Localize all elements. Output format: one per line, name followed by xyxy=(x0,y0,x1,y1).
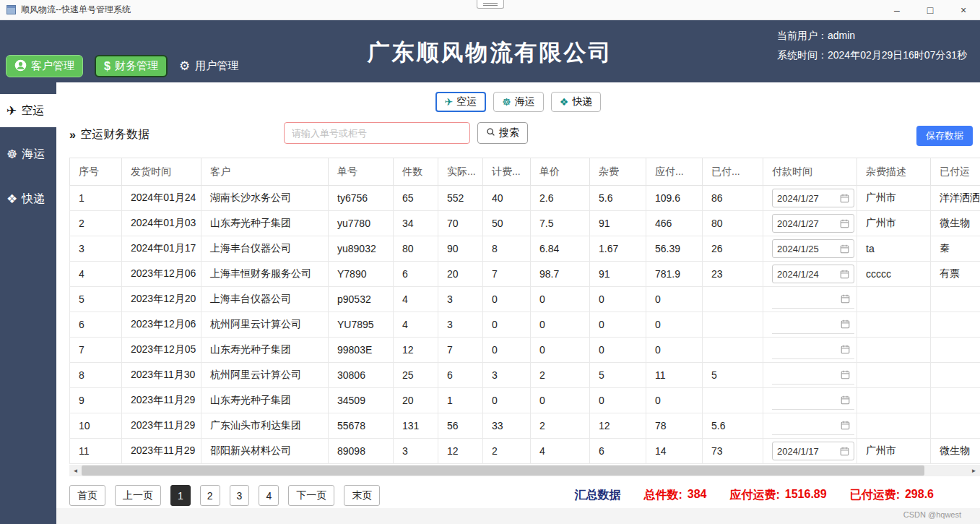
table-cell: 杭州阿里云计算公司 xyxy=(201,312,329,338)
table-cell: 20 xyxy=(438,262,483,287)
date-picker-input[interactable] xyxy=(772,290,854,309)
page-number-1[interactable]: 1 xyxy=(170,485,191,506)
date-picker-input[interactable] xyxy=(772,315,854,334)
summary-payable-value: 1516.89 xyxy=(785,488,827,503)
page-number-3[interactable]: 3 xyxy=(230,485,250,506)
pay-date-cell: 2024/1/25 xyxy=(763,236,857,262)
scroll-right-icon[interactable]: ► xyxy=(968,465,980,476)
system-time-line: 系统时间：2024年02月29日16时07分31秒 xyxy=(777,46,967,65)
table-cell: 7.5 xyxy=(531,211,590,236)
finance-management-button[interactable]: $ 财务管理 xyxy=(95,55,168,77)
table-cell xyxy=(857,312,931,338)
calendar-icon[interactable] xyxy=(841,294,850,304)
table-cell: 2023年11月29 xyxy=(122,413,201,439)
pay-date-cell xyxy=(763,388,857,413)
page-next-button[interactable]: 下一页 xyxy=(288,485,334,506)
table-cell: 5.6 xyxy=(590,186,646,211)
horizontal-scrollbar[interactable]: ◄ ► xyxy=(69,465,980,476)
table-cell: 4 xyxy=(394,287,438,312)
date-picker-input[interactable]: 2024/1/27 xyxy=(772,214,854,233)
scrollbar-thumb[interactable] xyxy=(82,465,924,476)
table-cell: 山东寿光种子集团 xyxy=(201,211,329,236)
tab-sea-label: 海运 xyxy=(515,95,535,108)
calendar-icon[interactable] xyxy=(841,370,850,379)
section-title: » 空运财务数据 xyxy=(69,127,149,142)
page-number-4[interactable]: 4 xyxy=(259,485,279,506)
table-cell: ty6756 xyxy=(329,186,394,211)
calendar-icon[interactable] xyxy=(840,244,849,254)
calendar-icon[interactable] xyxy=(841,421,850,430)
date-picker-input[interactable]: 2024/1/24 xyxy=(772,265,854,283)
column-header: 单号 xyxy=(329,158,394,186)
window-grip[interactable] xyxy=(477,0,504,9)
table-cell: 552 xyxy=(438,186,483,211)
date-picker-input[interactable] xyxy=(772,391,854,410)
calendar-icon[interactable] xyxy=(840,270,849,279)
date-picker-input[interactable]: 2024/1/27 xyxy=(772,189,854,207)
date-picker-input[interactable] xyxy=(772,416,854,435)
table-cell: 131 xyxy=(394,413,438,439)
app-icon xyxy=(6,5,16,14)
pay-date-cell xyxy=(763,413,857,439)
ship-icon: ☸ xyxy=(502,96,511,108)
sidebar-item-sea[interactable]: ☸ 海运 xyxy=(0,137,56,171)
date-picker-input[interactable]: 2024/1/17 xyxy=(772,442,854,460)
table-cell: 2023年12月20 xyxy=(122,287,201,312)
date-picker-input[interactable] xyxy=(772,366,854,385)
ship-icon: ☸ xyxy=(6,147,17,162)
summary-payable-label: 应付运费: xyxy=(729,488,779,503)
customer-management-button[interactable]: 客户管理 xyxy=(6,55,83,77)
table-cell: 0 xyxy=(590,287,646,312)
table-cell xyxy=(931,388,980,413)
table-cell: 0 xyxy=(531,388,590,413)
save-data-button[interactable]: 保存数据 xyxy=(916,126,973,146)
column-header: 件数 xyxy=(394,158,438,186)
date-value: 2024/1/25 xyxy=(777,244,819,254)
table-cell: 781.9 xyxy=(646,262,703,287)
scroll-left-icon[interactable]: ◄ xyxy=(69,465,82,476)
user-management-button[interactable]: ⚙ 用户管理 xyxy=(179,59,238,74)
page-number-2[interactable]: 2 xyxy=(200,485,220,506)
calendar-icon[interactable] xyxy=(840,219,849,228)
calendar-icon[interactable] xyxy=(840,447,849,456)
tab-express[interactable]: ❖ 快递 xyxy=(551,92,602,112)
sidebar-item-express[interactable]: ❖ 快递 xyxy=(0,182,56,215)
window-titlebar: 顺风物流--快速单号管理系统 – □ × xyxy=(0,0,980,20)
maximize-button[interactable]: □ xyxy=(914,0,947,20)
table-row: 72023年12月05山东寿光种子集团99803E1270000 xyxy=(70,338,980,363)
tab-air[interactable]: ✈ 空运 xyxy=(435,92,487,112)
table-cell: yu7780 xyxy=(329,211,394,236)
table-cell: 5 xyxy=(70,287,122,312)
minimize-button[interactable]: – xyxy=(880,0,914,20)
page-first-button[interactable]: 首页 xyxy=(69,485,105,506)
calendar-icon[interactable] xyxy=(841,319,850,329)
table-row: 32024年01月17上海丰台仪器公司yu89032809086.841.675… xyxy=(70,236,980,262)
close-button[interactable]: × xyxy=(947,0,980,20)
summary-paid-value: 298.6 xyxy=(905,488,934,503)
table-cell: 6.84 xyxy=(531,236,590,262)
table-cell: 2023年11月29 xyxy=(122,388,201,413)
calendar-icon[interactable] xyxy=(841,395,850,405)
footer-band: CSDN @hqwest xyxy=(56,508,980,524)
table-cell: 1 xyxy=(438,388,483,413)
page-prev-button[interactable]: 上一页 xyxy=(115,485,161,506)
date-picker-input[interactable]: 2024/1/25 xyxy=(772,239,854,258)
table-cell: 2023年12月06 xyxy=(122,312,201,338)
table-cell: 466 xyxy=(646,211,703,236)
table-cell: 2024年01月17 xyxy=(122,236,201,262)
finance-management-label: 财务管理 xyxy=(115,59,158,73)
current-user-value: admin xyxy=(828,30,855,41)
column-header: 应付... xyxy=(646,158,703,186)
search-input[interactable] xyxy=(284,122,470,144)
calendar-icon[interactable] xyxy=(841,345,850,354)
calendar-icon[interactable] xyxy=(840,194,849,203)
table-cell: 0 xyxy=(531,312,590,338)
page-last-button[interactable]: 末页 xyxy=(344,485,380,506)
table-cell: 6 xyxy=(590,439,646,464)
table-cell: 12 xyxy=(590,413,646,439)
sidebar-item-air[interactable]: ✈ 空运 xyxy=(0,94,56,127)
date-picker-input[interactable] xyxy=(772,340,854,359)
date-value: 2024/1/17 xyxy=(777,446,819,457)
search-button[interactable]: 搜索 xyxy=(477,122,528,144)
tab-sea[interactable]: ☸ 海运 xyxy=(493,92,544,112)
